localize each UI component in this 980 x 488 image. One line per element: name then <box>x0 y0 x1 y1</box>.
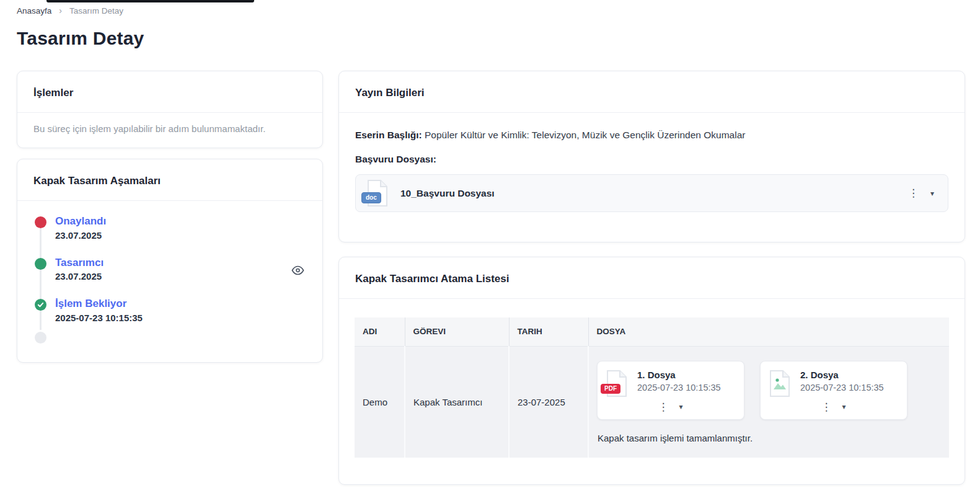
step-date: 23.07.2025 <box>55 271 104 282</box>
cell-adi: Demo <box>355 346 405 458</box>
kebab-menu-icon[interactable]: ⋮ <box>819 401 832 414</box>
step-date: 2025-07-23 10:15:35 <box>55 313 143 323</box>
doc-file-icon: doc <box>366 179 389 207</box>
cell-tarih: 23-07-2025 <box>509 346 588 458</box>
publication-card-title: Yayın Bilgileri <box>355 87 948 99</box>
status-dot-gray-icon <box>35 332 46 344</box>
step-label-link[interactable]: Onaylandı <box>55 216 106 228</box>
stages-card-title: Kapak Tasarım Aşamaları <box>33 175 306 187</box>
islemler-card: İşlemler Bu süreç için işlem yapılabilir… <box>17 71 323 148</box>
status-dot-green-icon <box>35 258 46 270</box>
image-file-icon <box>769 370 791 397</box>
chevron-down-icon[interactable]: ▾ <box>678 402 684 412</box>
step-date: 23.07.2025 <box>55 230 106 241</box>
chevron-down-icon[interactable]: ▾ <box>841 402 847 412</box>
status-dot-red-icon <box>35 216 46 228</box>
kebab-menu-icon[interactable]: ⋮ <box>907 187 920 200</box>
table-row: Demo Kapak Tasarımcı 23-07-2025 <box>355 346 949 458</box>
column-header-dosya: DOSYA <box>588 317 949 346</box>
application-file-row: doc 10_Başvuru Dosyası ⋮ ▾ <box>355 174 948 212</box>
eye-icon[interactable] <box>290 263 305 278</box>
file-date: 2025-07-23 10:15:35 <box>637 383 721 393</box>
page-title: Tasarım Detay <box>17 28 965 49</box>
file-name: 2. Dosya <box>800 370 884 380</box>
timeline-step-onaylandi: Onaylandı 23.07.2025 <box>35 216 306 241</box>
column-header-adi: ADI <box>355 317 405 346</box>
work-title-label: Eserin Başlığı: <box>355 130 422 140</box>
file-date: 2025-07-23 10:15:35 <box>800 383 884 393</box>
application-file-label: Başvuru Dosyası: <box>355 154 948 165</box>
stages-card: Kapak Tasarım Aşamaları Onaylandı 23.07.… <box>17 159 323 363</box>
chevron-down-icon[interactable]: ▾ <box>929 189 935 198</box>
publication-card: Yayın Bilgileri Eserin Başlığı: Popüler … <box>338 71 965 242</box>
step-label-link[interactable]: İşlem Bekliyor <box>55 298 143 310</box>
timeline-step-islem-bekliyor: İşlem Bekliyor 2025-07-23 10:15:35 <box>35 298 306 323</box>
pdf-file-icon: PDF <box>606 370 628 397</box>
assignment-card-title: Kapak Tasarımcı Atama Listesi <box>355 273 948 285</box>
column-header-gorevi: GÖREVI <box>405 317 509 346</box>
doc-badge: doc <box>361 192 381 203</box>
application-file-name: 10_Başvuru Dosyası <box>400 188 495 199</box>
file-chip-1: PDF 1. Dosya 2025-07-23 10:15:35 <box>597 361 744 420</box>
stages-timeline: Onaylandı 23.07.2025 Tasarımcı 23.07.202… <box>17 201 322 362</box>
pdf-badge: PDF <box>601 384 620 394</box>
table-header-row: ADI GÖREVI TARIH DOSYA <box>355 317 949 346</box>
breadcrumb-current: Tasarım Detay <box>69 6 123 16</box>
file-name: 1. Dosya <box>637 370 721 380</box>
completion-note: Kapak tasarım işlemi tamamlanmıştır. <box>598 433 943 443</box>
timeline-step-tasarimci: Tasarımcı 23.07.2025 <box>35 257 306 282</box>
assignment-card: Kapak Tasarımcı Atama Listesi ADI GÖREVI… <box>338 257 965 485</box>
top-cropped-bar <box>46 0 254 2</box>
work-title-value: Popüler Kültür ve Kimlik: Televizyon, Mü… <box>425 130 745 140</box>
check-circle-icon <box>35 299 46 311</box>
islemler-card-title: İşlemler <box>33 87 306 99</box>
kebab-menu-icon[interactable]: ⋮ <box>656 401 669 414</box>
breadcrumb-separator-icon: › <box>59 6 62 16</box>
cell-gorevi: Kapak Tasarımcı <box>405 346 509 458</box>
page-container: Anasayfa › Tasarım Detay Tasarım Detay İ… <box>0 0 980 485</box>
breadcrumb: Anasayfa › Tasarım Detay <box>17 5 965 16</box>
column-header-tarih: TARIH <box>509 317 588 346</box>
file-chip-2: 2. Dosya 2025-07-23 10:15:35 ⋮ ▾ <box>760 361 907 420</box>
step-label-link[interactable]: Tasarımcı <box>55 257 104 269</box>
breadcrumb-home-link[interactable]: Anasayfa <box>17 6 51 16</box>
work-title-line: Eserin Başlığı: Popüler Kültür ve Kimlik… <box>355 130 948 141</box>
cell-dosya: PDF 1. Dosya 2025-07-23 10:15:35 <box>588 346 949 458</box>
assignment-table: ADI GÖREVI TARIH DOSYA Demo Kapak Tasarı… <box>355 317 949 458</box>
islemler-empty-message: Bu süreç için işlem yapılabilir bir adım… <box>17 113 322 146</box>
